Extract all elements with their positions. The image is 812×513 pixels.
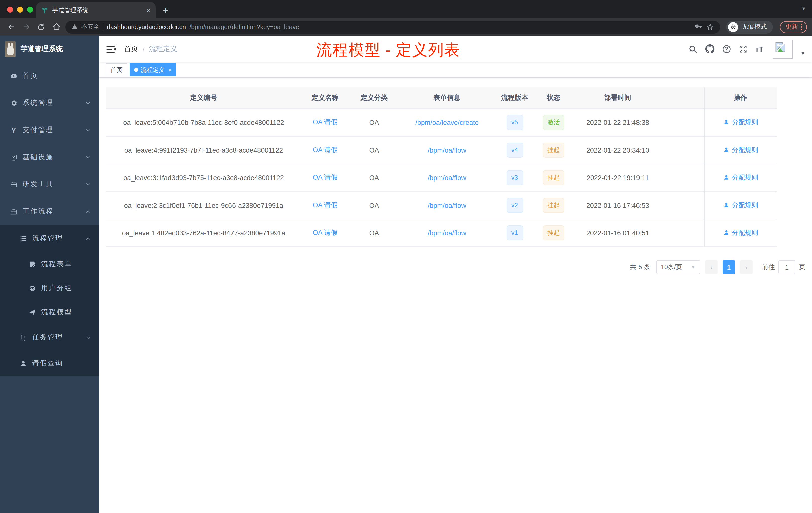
app-title: 芋道管理系统 [21, 44, 63, 54]
assign-rule-button[interactable]: 分配规则 [723, 229, 758, 237]
sidebar-item-9[interactable]: 流程模型 [0, 300, 99, 324]
sidebar-item-6[interactable]: 流程管理 [0, 225, 99, 252]
person-small-icon [723, 202, 729, 209]
sidebar-item-4[interactable]: 研发工具 [0, 171, 99, 198]
breadcrumb-current: 流程定义 [149, 44, 177, 54]
column-header: 定义编号 [106, 93, 301, 102]
next-page-button[interactable]: › [740, 260, 753, 274]
search-icon[interactable] [688, 44, 697, 54]
incognito-icon [728, 22, 738, 32]
prev-page-button[interactable]: ‹ [705, 260, 718, 274]
cell-category: OA [349, 174, 399, 181]
monitor-icon [9, 153, 18, 161]
user-avatar[interactable] [773, 39, 793, 58]
workflow-submenu: 流程管理流程表单用户分组流程模型任务管理请假查询 [0, 225, 99, 376]
annotation-title: 流程模型 - 定义列表 [316, 40, 460, 61]
tag-1[interactable]: 流程定义× [129, 63, 176, 76]
help-icon[interactable] [722, 44, 731, 54]
browser-tab[interactable]: 芋道管理系统 × [36, 2, 156, 18]
page-number-1[interactable]: 1 [723, 260, 735, 274]
close-window-button[interactable] [7, 6, 13, 12]
browser-tab-bar: 芋道管理系统 × + ▼ [0, 0, 812, 18]
version-badge: v4 [506, 143, 523, 158]
form-link[interactable]: /bpm/oa/leave/create [415, 119, 478, 126]
avatar-caret-down-icon[interactable]: ▼ [801, 51, 806, 56]
paper-plane-icon [28, 308, 36, 316]
definition-name-link[interactable]: OA 请假 [313, 118, 338, 126]
sidebar-toggle-hamburger-icon[interactable] [106, 44, 116, 54]
version-badge: v2 [506, 198, 523, 213]
bookmark-star-icon[interactable] [706, 23, 714, 31]
status-badge: 挂起 [543, 225, 564, 240]
browser-menu-kebab-icon[interactable] [801, 24, 803, 30]
password-key-icon[interactable] [695, 23, 702, 31]
top-navbar: 首页 / 流程定义 流程模型 - 定义列表 [99, 36, 812, 62]
cell-definition-id: oa_leave:2:3c1f0ef1-76b1-11ec-9c66-a2380… [106, 202, 301, 209]
font-size-icon[interactable]: ᴛT [755, 45, 763, 53]
reload-icon[interactable] [35, 21, 47, 33]
address-bar[interactable]: 不安全 dashboard.yudao.iocoder.cn/bpm/manag… [65, 20, 720, 33]
sidebar-item-label: 用户分组 [41, 283, 72, 293]
favicon-plant-icon [41, 6, 48, 13]
back-icon[interactable] [5, 21, 17, 33]
yuan-icon: ¥ [9, 126, 18, 134]
column-header: 操作 [704, 93, 777, 102]
form-link[interactable]: /bpm/oa/flow [428, 202, 466, 209]
sidebar-item-2[interactable]: ¥支付管理 [0, 117, 99, 144]
sidebar-item-7[interactable]: 流程表单 [0, 252, 99, 276]
list-icon [19, 235, 27, 242]
home-icon[interactable] [50, 21, 62, 33]
definition-name-link[interactable]: OA 请假 [313, 229, 338, 236]
assign-rule-button[interactable]: 分配规则 [723, 118, 758, 127]
maximize-window-button[interactable] [27, 6, 33, 12]
tab-search-caret-icon[interactable]: ▼ [802, 6, 806, 11]
sidebar-logo[interactable]: 芋道管理系统 [0, 36, 99, 62]
person-small-icon [723, 147, 729, 153]
github-icon[interactable] [705, 44, 714, 54]
sidebar-item-0[interactable]: 首页 [0, 62, 99, 89]
chevron-up-icon [85, 209, 91, 214]
forward-icon[interactable] [20, 21, 32, 33]
tag-0[interactable]: 首页 [106, 63, 127, 76]
sidebar-item-1[interactable]: 系统管理 [0, 89, 99, 117]
assign-rule-button[interactable]: 分配规则 [723, 173, 758, 182]
sidebar-item-label: 研发工具 [23, 180, 54, 189]
window-controls[interactable] [7, 6, 33, 12]
sidebar-item-10[interactable]: 任务管理 [0, 324, 99, 350]
person-small-icon [723, 119, 729, 126]
new-tab-button[interactable]: + [163, 4, 169, 18]
browser-update-button[interactable]: 更新 [780, 21, 807, 33]
goto-page-input[interactable] [778, 260, 795, 274]
definition-name-link[interactable]: OA 请假 [313, 174, 338, 181]
chevron-down-icon [85, 127, 91, 133]
sidebar-item-11[interactable]: 请假查询 [0, 350, 99, 376]
sidebar-item-8[interactable]: 用户分组 [0, 276, 99, 300]
assign-rule-button[interactable]: 分配规则 [723, 201, 758, 210]
table-row: oa_leave:4:991f2193-7b7f-11ec-a3c8-acde4… [106, 136, 777, 163]
definition-name-link[interactable]: OA 请假 [313, 201, 338, 209]
not-secure-warning-icon [71, 24, 78, 30]
sidebar-item-label: 流程表单 [41, 260, 72, 269]
breadcrumb-home[interactable]: 首页 [124, 44, 138, 54]
definition-name-link[interactable]: OA 请假 [313, 146, 338, 154]
cell-deploy-time: 2022-01-16 01:40:51 [573, 229, 663, 237]
cell-deploy-time: 2022-01-22 19:19:11 [573, 174, 663, 181]
sidebar-item-3[interactable]: 基础设施 [0, 144, 99, 171]
fullscreen-icon[interactable] [738, 44, 748, 54]
form-link[interactable]: /bpm/oa/flow [428, 229, 466, 237]
version-badge: v5 [506, 115, 523, 130]
table-row: oa_leave:2:3c1f0ef1-76b1-11ec-9c66-a2380… [106, 191, 777, 219]
form-link[interactable]: /bpm/oa/flow [428, 174, 466, 181]
status-badge: 挂起 [543, 198, 564, 213]
select-caret-icon: ▼ [691, 265, 696, 270]
cell-category: OA [349, 146, 399, 154]
sidebar-item-5[interactable]: 工作流程 [0, 198, 99, 225]
tag-close-icon[interactable]: × [168, 67, 172, 73]
page-size-select[interactable]: 10条/页 ▼ [656, 260, 700, 274]
sidebar-item-label: 基础设施 [23, 153, 54, 162]
minimize-window-button[interactable] [17, 6, 23, 12]
tab-close-icon[interactable]: × [147, 6, 151, 14]
goto-label: 前往 [762, 263, 775, 272]
form-link[interactable]: /bpm/oa/flow [428, 146, 466, 154]
assign-rule-button[interactable]: 分配规则 [723, 146, 758, 155]
